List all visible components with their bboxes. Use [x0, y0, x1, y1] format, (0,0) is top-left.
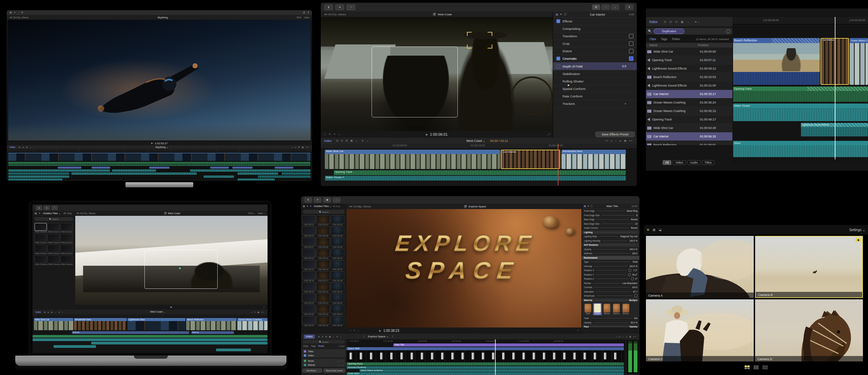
inspector-row[interactable]: Front Edge Bevel Ring — [582, 209, 639, 213]
enable-checkbox[interactable] — [556, 57, 560, 60]
inspector-row[interactable]: Rate Conform — [553, 93, 637, 100]
project-name[interactable]: 🎬Explore Space — [464, 205, 486, 208]
sidebar-toggle-icon[interactable]: ▣ — [9, 11, 12, 14]
title-thumbnail[interactable]: xTitle 3D-06 — [331, 226, 344, 237]
playhead[interactable] — [495, 339, 496, 375]
dial-icon[interactable] — [628, 273, 631, 276]
inspector-row[interactable]: Effects — [553, 18, 637, 25]
titles-source-dropdown[interactable]: Installed Titles ⌄ — [43, 212, 61, 215]
tool-icon[interactable] — [629, 41, 633, 46]
role-row[interactable]: Titles — [302, 349, 346, 353]
search-input[interactable]: 🔍 Search — [303, 210, 345, 214]
clip-ocean-waves[interactable]: Ocean Waves Crash — [850, 38, 868, 85]
index-button[interactable]: Index — [324, 139, 332, 143]
tool-icon[interactable] — [629, 56, 633, 61]
material-swatch[interactable]: Gold — [584, 303, 592, 315]
index-timeline-ruler[interactable]: | 01:00:30:00 | 01:01:00:00 — [732, 17, 868, 24]
video-clip[interactable]: Wide Shot Car — [34, 318, 73, 330]
background-tasks-icon[interactable]: ◔ — [18, 12, 19, 14]
timeline-forward-icon[interactable]: ⟩ — [392, 335, 393, 338]
inspector-row[interactable]: Inside Corners Round — [582, 226, 639, 230]
parameter-value[interactable]: + — [625, 102, 626, 106]
timeline-project-dropdown[interactable]: Wide Shot CarWest Coast ⌄ — [466, 139, 485, 143]
role-tools[interactable]: ⌁ ⌁ ⌁ — [337, 360, 344, 362]
inspector-tab-video-icon[interactable]: ▤ — [592, 4, 600, 10]
inspector-tab-color-icon[interactable]: ◔ — [601, 4, 610, 10]
title-thumbnail[interactable]: xTitle Cinematic 09 — [35, 256, 47, 265]
zoom-level-dropdown[interactable]: 47% ⌄ — [248, 212, 256, 215]
filter-button[interactable]: Video — [673, 160, 686, 165]
inspector-row[interactable]: Back Edge Size 10 — [582, 222, 639, 226]
enable-checkbox[interactable] — [556, 64, 560, 68]
inspector-row[interactable]: Saturation 87.7 — [582, 290, 639, 294]
generators-icon[interactable]: ✶ — [310, 205, 312, 208]
inspector-row[interactable]: Intensity 100.0 % — [582, 264, 639, 269]
title-thumbnail[interactable]: xTitle 3D-28 — [302, 316, 316, 326]
parameter-value[interactable]: -7.2° — [633, 269, 637, 271]
parameter-value[interactable]: Round — [631, 227, 637, 229]
timeline-back-icon[interactable]: ⟨ — [363, 335, 364, 338]
title-thumbnail[interactable]: xTitle 3D-18 — [331, 271, 344, 282]
connected-clip[interactable]: Bolinas — [72, 331, 189, 334]
title-thumbnail[interactable]: xTitle 3D-01 — [302, 215, 316, 226]
timeline-option-icons[interactable]: ⟿ ♯ ∩ ⚌ ▣ ⟺ — [605, 139, 633, 142]
inspector-row[interactable]: Rolling Shutter — [553, 78, 637, 85]
clip-wide-shot-car[interactable]: Wide Shot Car — [325, 150, 500, 169]
title-thumbnail[interactable]: xTitle 3D-07 — [302, 238, 316, 248]
inspector-row[interactable]: Crop — [553, 40, 637, 48]
4k-filter-label[interactable]: 4K Only — [333, 205, 340, 207]
inspector-row[interactable]: Lighting Intensity 100.0 % — [582, 239, 639, 243]
clip-opening-track[interactable]: Opening Track — [733, 87, 868, 102]
title-thumbnail[interactable]: xTitle Cinematic 04 — [47, 234, 60, 244]
media-browser-icon[interactable]: ▦ — [35, 212, 37, 215]
title-thumbnail[interactable]: xTitle 3D-02 — [316, 215, 330, 226]
media-browser-icon[interactable]: ▦ — [303, 205, 305, 208]
inspector-row[interactable]: Rotation Z 0° — [582, 277, 639, 281]
material-swatch[interactable]: Bronze — [612, 303, 621, 315]
title-thumbnail[interactable]: xTitle 3D-29 — [316, 316, 330, 326]
role-checkbox[interactable] — [304, 350, 306, 353]
focus-selection-box[interactable] — [372, 46, 457, 117]
dial-icon[interactable] — [628, 269, 631, 272]
title-thumbnail[interactable]: xTitle 3D-08 — [316, 238, 330, 248]
inspector-row[interactable]: Compositing — [553, 25, 637, 33]
role-tools[interactable]: ⌁ ⌁ ⌁ — [337, 364, 344, 366]
camera-a-angle[interactable]: Camera A — [646, 236, 754, 298]
table-row[interactable]: Lighthouse Sound Effects 01:00:08:12 — [646, 64, 732, 73]
camera-c-angle[interactable]: Camera C — [646, 299, 754, 361]
inspector-row[interactable]: Lighting Style Diagonal Top Left — [582, 235, 639, 239]
tool-icon[interactable] — [629, 49, 633, 53]
title-thumbnail[interactable]: xTitle Cinematic 03 — [35, 234, 47, 244]
video-clip[interactable]: Windshield View — [74, 318, 127, 330]
title-thumbnail[interactable]: xTitle 3D-10 — [302, 249, 316, 259]
titles-source-dropdown[interactable]: Installed Titles ⌄ — [314, 205, 331, 208]
index-button[interactable]: Index — [35, 311, 41, 313]
role-checkbox[interactable] — [304, 360, 306, 362]
table-row[interactable]: Ocean Waves Crashing 01:00:36:24 — [646, 98, 732, 107]
skydive-viewer[interactable] — [8, 20, 311, 140]
project-name[interactable]: Skydiving — [158, 16, 168, 19]
play-icon[interactable]: ▶ — [379, 329, 381, 332]
enable-checkbox[interactable] — [556, 19, 560, 23]
index-button[interactable]: Index — [649, 20, 657, 24]
filter-button[interactable]: Titles — [702, 160, 714, 165]
parameter-value[interactable]: 10 — [635, 223, 637, 225]
laptop-ruler[interactable]: |||||||||| — [33, 314, 268, 317]
clip-main-title[interactable]: Main Title — [393, 343, 624, 346]
title-thumbnail[interactable]: xTitle 3D-14 — [316, 260, 330, 270]
title-thumbnail[interactable]: xTitle 3D-21 — [331, 282, 344, 293]
parameter-value[interactable]: 93.3 % — [631, 321, 637, 324]
title-thumbnail[interactable]: xTitle 3D-09 — [331, 238, 344, 248]
role-row[interactable]: Video — [302, 353, 346, 357]
tool-icon[interactable] — [629, 34, 633, 38]
title-thumbnail[interactable]: xTitle Cinematic 01 — [47, 223, 60, 233]
title-thumbnail[interactable]: xTitle Cinematic 02 — [60, 223, 73, 233]
inspector-row[interactable]: Cinematic — [553, 55, 637, 62]
tab-roles[interactable]: Roles — [672, 37, 680, 41]
table-row[interactable]: Ocean Waves Crashing 01:00:45:15 — [646, 107, 732, 115]
parameter-value[interactable]: 100.0 % — [629, 248, 637, 250]
title-thumbnail[interactable]: xTitle Cinematic 08 — [60, 245, 73, 255]
timeline-option-icons[interactable]: ◇ ♯ ⚒ ▦ ⟺ — [292, 146, 309, 148]
title-thumbnail[interactable]: xTitle 3D-20 — [316, 282, 330, 293]
laptop-viewer[interactable] — [75, 216, 268, 305]
